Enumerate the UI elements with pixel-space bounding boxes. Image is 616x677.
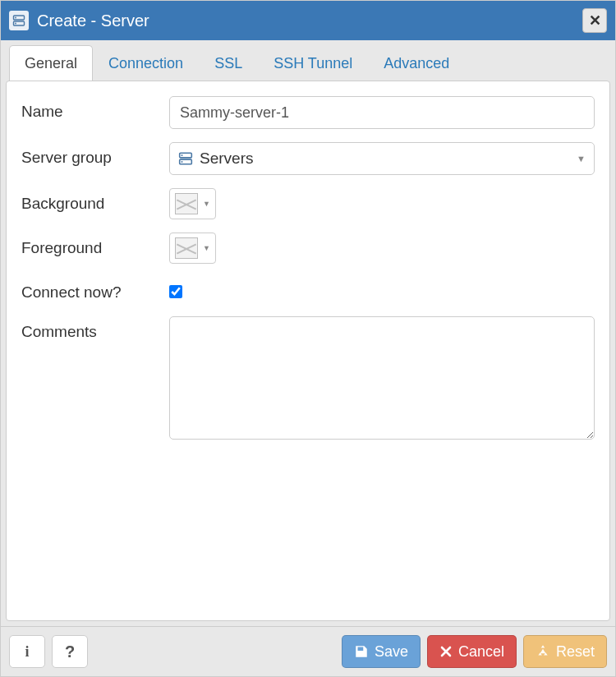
tab-general[interactable]: General xyxy=(9,45,93,81)
dialog-footer: i ? Save Cancel Reset xyxy=(1,626,615,676)
server-icon xyxy=(9,11,29,30)
background-color-picker[interactable]: ▼ xyxy=(169,188,216,219)
chevron-down-icon: ▼ xyxy=(203,244,210,252)
titlebar: Create - Server ✕ xyxy=(1,1,615,40)
tab-ssl[interactable]: SSL xyxy=(199,45,258,81)
create-server-dialog: Create - Server ✕ General Connection SSL… xyxy=(0,0,616,677)
save-label: Save xyxy=(375,643,408,661)
connect-now-checkbox[interactable] xyxy=(169,285,182,298)
chevron-down-icon: ▼ xyxy=(577,154,586,163)
info-icon: i xyxy=(25,643,29,661)
server-group-select[interactable]: Servers ▼ xyxy=(169,142,595,175)
close-icon: ✕ xyxy=(589,12,601,30)
info-button[interactable]: i xyxy=(9,635,45,668)
label-connect-now: Connect now? xyxy=(21,277,169,303)
help-icon: ? xyxy=(65,642,75,661)
label-name: Name xyxy=(21,96,169,122)
svg-point-2 xyxy=(15,17,16,19)
servers-icon xyxy=(178,151,193,166)
cancel-icon xyxy=(439,645,453,658)
svg-point-6 xyxy=(181,154,182,156)
tab-panel-general: Name Server group xyxy=(6,81,610,621)
label-foreground: Foreground xyxy=(21,233,169,259)
tab-advanced[interactable]: Advanced xyxy=(368,45,465,81)
help-button[interactable]: ? xyxy=(52,635,88,668)
cancel-button[interactable]: Cancel xyxy=(427,635,517,668)
recycle-icon xyxy=(536,644,550,659)
tab-ssh-tunnel[interactable]: SSH Tunnel xyxy=(258,45,368,81)
label-background: Background xyxy=(21,188,169,214)
close-button[interactable]: ✕ xyxy=(582,8,607,33)
tab-connection[interactable]: Connection xyxy=(93,45,199,81)
foreground-color-picker[interactable]: ▼ xyxy=(169,233,216,264)
svg-point-3 xyxy=(15,23,16,25)
reset-button[interactable]: Reset xyxy=(523,635,607,668)
name-input[interactable] xyxy=(169,96,595,129)
server-group-value: Servers xyxy=(200,150,570,168)
label-server-group: Server group xyxy=(21,142,169,168)
dialog-title: Create - Server xyxy=(37,12,574,30)
reset-label: Reset xyxy=(556,643,595,661)
label-comments: Comments xyxy=(21,316,169,343)
dialog-body: General Connection SSL SSH Tunnel Advanc… xyxy=(1,40,615,626)
tabs: General Connection SSL SSH Tunnel Advanc… xyxy=(6,45,610,81)
save-button[interactable]: Save xyxy=(342,635,421,668)
chevron-down-icon: ▼ xyxy=(203,200,210,208)
cancel-label: Cancel xyxy=(458,643,504,661)
no-color-swatch-icon xyxy=(175,237,198,259)
no-color-swatch-icon xyxy=(175,193,198,214)
save-icon xyxy=(354,644,369,659)
svg-point-7 xyxy=(181,161,182,163)
comments-textarea[interactable] xyxy=(169,316,595,440)
